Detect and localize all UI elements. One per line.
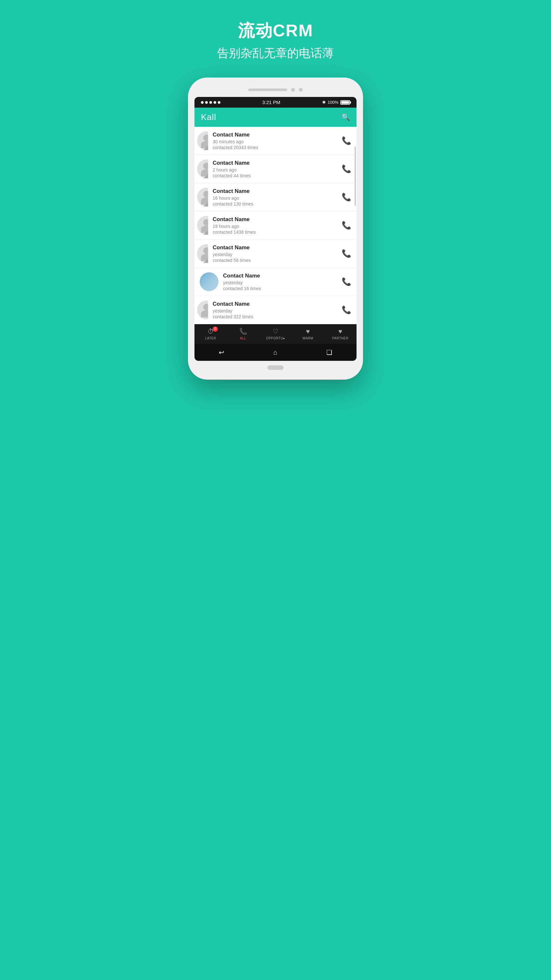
contact-info: Contact Name 30 minutes ago contacted 20… bbox=[213, 132, 338, 150]
contact-item[interactable]: Contact Name yesterday contacted 16 time… bbox=[194, 268, 357, 296]
signal-dot-2 bbox=[205, 101, 208, 104]
contact-item[interactable]: Contact Name 30 minutes ago contacted 20… bbox=[194, 127, 357, 155]
contact-info: Contact Name yesterday contacted 56 time… bbox=[213, 245, 338, 263]
battery-bar bbox=[340, 100, 350, 105]
nav-label-all: ALL bbox=[240, 337, 246, 340]
search-icon[interactable]: 🔍 bbox=[341, 113, 350, 122]
bottom-navigation: 0 ⏱ LATER 📞 ALL ♡ OPPORTU▸ ♥ WARM ♥ PART… bbox=[194, 324, 357, 344]
battery-fill bbox=[341, 101, 349, 104]
contact-name: Contact Name bbox=[213, 132, 338, 138]
status-time: 3:21 PM bbox=[262, 100, 280, 105]
back-button[interactable]: ↩ bbox=[219, 348, 224, 356]
contact-count: contacted 1438 times bbox=[213, 229, 338, 235]
avatar-silhouette bbox=[197, 301, 208, 319]
contact-info: Contact Name 2 hours ago contacted 44 ti… bbox=[213, 160, 338, 178]
call-icon[interactable]: 📞 bbox=[341, 249, 351, 258]
contact-time: yesterday bbox=[223, 280, 338, 285]
contact-name: Contact Name bbox=[213, 245, 338, 251]
contact-item[interactable]: Contact Name yesterday contacted 56 time… bbox=[194, 240, 357, 268]
phone-camera-dot bbox=[291, 88, 295, 92]
nav-label-partner: PARTNER bbox=[332, 337, 348, 340]
avatar-triangle bbox=[203, 202, 208, 207]
contact-count: contacted 16 times bbox=[223, 286, 338, 291]
status-right: ✱ 100% bbox=[322, 100, 350, 105]
app-title: Kall bbox=[201, 112, 216, 122]
home-button[interactable]: ⌂ bbox=[273, 349, 277, 356]
nav-badge-later: 0 bbox=[213, 326, 218, 332]
call-icon[interactable]: 📞 bbox=[341, 221, 351, 230]
contact-count: contacted 56 times bbox=[213, 258, 338, 263]
contact-info: Contact Name 16 hours ago contacted 130 … bbox=[213, 188, 338, 207]
hero-title: 流动CRM bbox=[217, 19, 334, 42]
nav-item-warm[interactable]: ♥ WARM bbox=[292, 328, 324, 340]
avatar bbox=[197, 301, 208, 319]
contact-time: 2 hours ago bbox=[213, 167, 338, 172]
nav-label-later: LATER bbox=[205, 337, 216, 340]
warm-icon: ♥ bbox=[306, 328, 310, 335]
call-icon[interactable]: 📞 bbox=[341, 277, 351, 286]
contact-item[interactable]: Contact Name 19 hours ago contacted 1438… bbox=[194, 212, 357, 240]
nav-item-later[interactable]: 0 ⏱ LATER bbox=[194, 328, 227, 340]
contact-time: 30 minutes ago bbox=[213, 139, 338, 144]
call-icon[interactable]: 📞 bbox=[341, 136, 351, 145]
nav-label-warm: WARM bbox=[302, 337, 313, 340]
signal-dot-1 bbox=[201, 101, 203, 104]
contact-item[interactable]: Contact Name 2 hours ago contacted 44 ti… bbox=[194, 155, 357, 183]
contact-name: Contact Name bbox=[223, 273, 338, 279]
contact-time: yesterday bbox=[213, 308, 338, 313]
signal-dots bbox=[201, 101, 221, 104]
call-icon[interactable]: 📞 bbox=[341, 192, 351, 202]
all-icon: 📞 bbox=[239, 328, 247, 335]
contact-info: Contact Name yesterday contacted 16 time… bbox=[223, 273, 338, 291]
nav-item-all[interactable]: 📞 ALL bbox=[227, 328, 259, 340]
avatar-partial bbox=[197, 216, 208, 235]
contact-item[interactable]: Contact Name yesterday contacted 322 tim… bbox=[194, 296, 357, 324]
avatar-partial bbox=[197, 188, 208, 207]
contact-count: contacted 130 times bbox=[213, 201, 338, 207]
avatar-triangle bbox=[203, 230, 208, 235]
hero-section: 流动CRM 告别杂乱无章的电话薄 bbox=[217, 19, 334, 61]
signal-dot-3 bbox=[210, 101, 212, 104]
nav-item-opportunity[interactable]: ♡ OPPORTU▸ bbox=[259, 328, 292, 340]
contact-name: Contact Name bbox=[213, 216, 338, 223]
contact-time: yesterday bbox=[213, 252, 338, 257]
android-nav-bar: ↩ ⌂ ❏ bbox=[194, 344, 357, 361]
avatar-partial bbox=[197, 301, 208, 319]
contact-info: Contact Name yesterday contacted 322 tim… bbox=[213, 301, 338, 319]
signal-dot-4 bbox=[214, 101, 216, 104]
phone-shell: 3:21 PM ✱ 100% Kall 🔍 bbox=[188, 78, 363, 380]
contact-item[interactable]: Contact Name 16 hours ago contacted 130 … bbox=[194, 183, 357, 212]
hero-subtitle: 告别杂乱无章的电话薄 bbox=[217, 45, 334, 61]
contact-name: Contact Name bbox=[213, 188, 338, 194]
avatar-triangle bbox=[203, 258, 208, 263]
contact-count: contacted 44 times bbox=[213, 173, 338, 178]
phone-home-button[interactable] bbox=[267, 365, 284, 370]
phone-top-bar bbox=[194, 84, 357, 97]
recents-button[interactable]: ❏ bbox=[326, 348, 332, 356]
partner-icon: ♥ bbox=[338, 328, 342, 335]
avatar bbox=[200, 272, 218, 291]
contact-list: Contact Name 30 minutes ago contacted 20… bbox=[194, 127, 357, 324]
phone-screen: 3:21 PM ✱ 100% Kall 🔍 bbox=[194, 97, 357, 361]
avatar-partial bbox=[197, 244, 208, 263]
avatar-triangle bbox=[203, 174, 208, 178]
battery-percent: 100% bbox=[328, 100, 338, 105]
nav-item-partner[interactable]: ♥ PARTNER bbox=[324, 328, 357, 340]
call-icon[interactable]: 📞 bbox=[341, 305, 351, 315]
app-header: Kall 🔍 bbox=[194, 108, 357, 127]
contact-count: contacted 20343 times bbox=[213, 145, 338, 150]
contact-name: Contact Name bbox=[213, 301, 338, 307]
contact-count: contacted 322 times bbox=[213, 314, 338, 319]
avatar-partial bbox=[197, 159, 208, 178]
phone-speaker bbox=[248, 89, 287, 91]
contact-info: Contact Name 19 hours ago contacted 1438… bbox=[213, 216, 338, 235]
phone-sensor-dot bbox=[299, 88, 303, 92]
call-icon[interactable]: 📞 bbox=[341, 164, 351, 173]
contact-name: Contact Name bbox=[213, 160, 338, 166]
status-bar: 3:21 PM ✱ 100% bbox=[194, 97, 357, 108]
opportunity-icon: ♡ bbox=[273, 328, 278, 335]
contact-time: 19 hours ago bbox=[213, 224, 338, 229]
avatar-triangle bbox=[203, 146, 208, 150]
avatar-partial bbox=[197, 131, 208, 150]
signal-dot-5 bbox=[218, 101, 221, 104]
